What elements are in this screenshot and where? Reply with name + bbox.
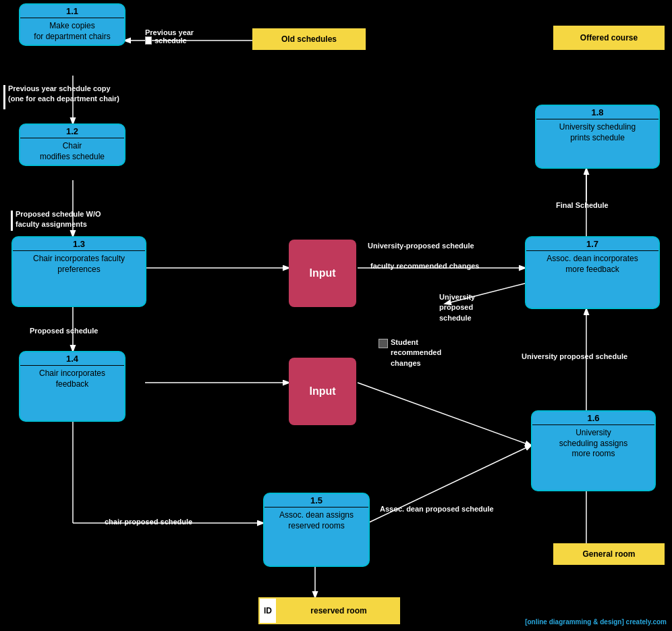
process-1-3-id: 1.3 <box>13 238 145 251</box>
process-1-3[interactable]: 1.3 Chair incorporates facultypreference… <box>11 236 146 307</box>
process-1-5-id: 1.5 <box>264 494 368 507</box>
process-1-2[interactable]: 1.2 Chairmodifies schedule <box>19 124 125 166</box>
flow-prev-year-copy: Previous year schedule copy(one for each… <box>3 84 119 109</box>
datastore-id: ID <box>258 597 277 624</box>
input-box-1-label: Input <box>309 267 335 279</box>
input-box-2: Input <box>289 358 356 425</box>
flow-proposed-schedule: Proposed schedule <box>30 327 98 335</box>
flow-chair-proposed: chair proposed schedule <box>105 518 192 526</box>
process-1-6[interactable]: 1.6 Universityscheduling assignsmore roo… <box>531 410 656 491</box>
flow-univ-proposed-1: University-proposed schedule <box>368 242 474 250</box>
process-1-7-label: Assoc. dean incorporatesmore feedback <box>526 251 659 277</box>
input-box-2-label: Input <box>309 385 335 397</box>
process-1-8-label: University schedulingprints schedule <box>536 119 659 146</box>
process-1-1[interactable]: 1.1 Make copiesfor department chairs <box>19 3 125 46</box>
flow-student-rec: Studentrecommendedchanges <box>379 337 441 368</box>
process-1-4[interactable]: 1.4 Chair incorporatesfeedback <box>19 351 125 422</box>
process-1-3-label: Chair incorporates facultypreferences <box>13 251 145 277</box>
offered-course-entity: Offered course <box>553 26 665 50</box>
process-1-4-label: Chair incorporatesfeedback <box>20 366 124 392</box>
process-1-1-label: Make copiesfor department chairs <box>20 18 124 45</box>
process-1-6-id: 1.6 <box>532 412 654 425</box>
flow-assoc-dean: Assoc. dean proposed schedule <box>380 505 494 513</box>
flow-final-schedule: Final Schedule <box>556 201 609 209</box>
process-1-6-label: Universityscheduling assignsmore rooms <box>532 425 654 462</box>
process-1-2-id: 1.2 <box>20 125 124 138</box>
flow-previous-year: Previous yearschedule <box>145 28 194 45</box>
svg-line-10 <box>358 383 531 445</box>
process-1-7-id: 1.7 <box>526 238 659 251</box>
process-1-7[interactable]: 1.7 Assoc. dean incorporatesmore feedbac… <box>525 236 660 309</box>
process-1-8-id: 1.8 <box>536 106 659 119</box>
general-room-entity: General room <box>553 543 665 565</box>
reserved-room-datastore: ID reserved room <box>258 597 400 624</box>
datastore-label: reserved room <box>277 597 400 624</box>
branding-text: [online diagramming & design] <box>525 618 625 626</box>
process-1-8[interactable]: 1.8 University schedulingprints schedule <box>535 105 660 169</box>
input-box-1: Input <box>289 240 356 307</box>
process-1-1-id: 1.1 <box>20 5 124 18</box>
old-schedules-entity: Old schedules <box>252 28 366 50</box>
branding-suffix: .com <box>651 618 667 626</box>
process-1-5[interactable]: 1.5 Assoc. dean assignsreserved rooms <box>263 493 370 567</box>
process-1-5-label: Assoc. dean assignsreserved rooms <box>264 507 368 534</box>
process-1-4-id: 1.4 <box>20 352 124 366</box>
branding: [online diagramming & design] creately.c… <box>525 618 667 626</box>
flow-univ-proposed-2: Universityproposedschedule <box>439 292 475 323</box>
branding-name: creately <box>626 618 651 626</box>
flow-univ-proposed-3: University proposed schedule <box>522 352 627 360</box>
flow-faculty-rec: faculty recommended changes <box>370 262 479 270</box>
process-1-2-label: Chairmodifies schedule <box>20 138 124 165</box>
flow-proposed-wo-faculty: Proposed schedule W/Ofaculty assignments <box>11 209 101 231</box>
